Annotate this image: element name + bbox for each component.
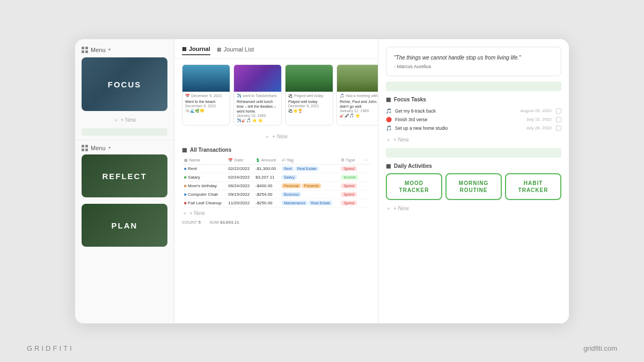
tab-journal[interactable]: ▦ Journal xyxy=(182,46,210,55)
focus-bar xyxy=(82,128,167,136)
cell-amount: -$254.00 xyxy=(253,190,280,198)
journal-card-body-4: 🎵 Had a meeting with Richie, Paul and Jo… xyxy=(337,92,378,120)
tasks-list: 🎵 Get my 8-track back August 29, 2022 🔴 … xyxy=(386,107,561,132)
journal-card-body-2: ✈️ went to Twickenham. Rehearsed until l… xyxy=(234,92,281,125)
journal-tab-label: Journal xyxy=(189,46,210,52)
cell-actions xyxy=(362,198,370,207)
plus-icon-trans: ＋ xyxy=(182,210,187,217)
transactions-section: ▦ All Transactions ▦ Name 📅 Date 💲 Amoun… xyxy=(174,145,378,323)
cell-name: ■ Fall Leaf Cleanup xyxy=(182,198,226,207)
journal-list-tab-label: Journal List xyxy=(224,46,254,53)
col-name: ▦ Name xyxy=(182,156,226,165)
grid-icon-1 xyxy=(82,47,88,53)
new-transaction-button[interactable]: ＋ + New xyxy=(182,208,370,217)
table-row[interactable]: ■ Salary 02/24/2022 $3,207.11 Salary Inc… xyxy=(182,173,370,181)
task-label-2: Finish 3rd verse xyxy=(395,117,427,122)
task-checkbox-2[interactable] xyxy=(556,117,561,122)
col-actions: ··· xyxy=(362,156,370,165)
grid-icon-2 xyxy=(82,145,88,151)
cell-tag: PersonalPresents xyxy=(280,181,339,190)
right-panel: "The things we cannot handle stop us fro… xyxy=(378,39,569,323)
table-row[interactable]: ■ Fall Leaf Cleanup 11/20/2022 -$250.00 … xyxy=(182,198,370,207)
table-footer: COUNT 5 SUM $3,603.11 xyxy=(182,217,370,225)
jc-emoji-1: 🐚🌊🌿💛 xyxy=(185,109,227,113)
menu-bar-1[interactable]: Menu ▾ xyxy=(75,47,174,57)
col-amount: 💲 Amount xyxy=(253,156,280,165)
jc-date-1: 📅 December 9, 2021 xyxy=(185,94,227,98)
journal-card-img-4 xyxy=(337,65,378,92)
jc-emoji-4: 🎸🎤🎵 🌟 xyxy=(340,114,378,118)
activity-card-morning[interactable]: MORNINGROUTINE xyxy=(445,173,502,200)
col-date: 📅 Date xyxy=(226,156,253,165)
chevron-down-icon-1: ▾ xyxy=(108,47,111,52)
cell-actions xyxy=(362,181,370,190)
quote-text: "The things we cannot handle stop us fro… xyxy=(394,54,553,62)
journal-card-img-1 xyxy=(182,65,230,92)
table-row[interactable]: ■ Mom's birthday 06/24/2022 -$400.00 Per… xyxy=(182,181,370,190)
task-icon-1: 🎵 xyxy=(386,108,392,114)
journal-card-2[interactable]: ✈️ went to Twickenham. Rehearsed until l… xyxy=(233,64,282,125)
jc-text-4: Richie, Paul and John. It didn't go well xyxy=(340,99,378,109)
reflect-card[interactable]: REFLECT xyxy=(82,154,167,197)
menu-label-1: Menu xyxy=(91,47,106,53)
focus-card[interactable]: FOCUS xyxy=(82,57,167,111)
new-button-1[interactable]: ＋ + New xyxy=(75,114,174,126)
journal-card-img-2 xyxy=(234,65,281,92)
task-checkbox-3[interactable] xyxy=(556,125,561,131)
task-right-2: July 15, 2022 xyxy=(526,117,561,122)
new-journal-button[interactable]: ＋ + New xyxy=(174,131,378,145)
cell-date: 11/20/2022 xyxy=(226,198,253,207)
activity-cards-row: MOODTRACKER MORNINGROUTINE HABITTRACKER xyxy=(386,173,561,200)
tab-journal-list[interactable]: ▦ Journal List xyxy=(217,46,254,55)
journal-card-1[interactable]: 📅 December 9, 2021 Went to the beach Dec… xyxy=(182,64,230,125)
task-date-1: August 29, 2022 xyxy=(521,108,552,113)
menu-label-2: Menu xyxy=(91,145,106,151)
journal-card-body-1: 📅 December 9, 2021 Went to the beach Dec… xyxy=(182,92,230,115)
table-row[interactable]: ■ Computer Chair 09/15/2022 -$254.00 Bus… xyxy=(182,190,370,198)
new-task-label: + New xyxy=(393,137,409,143)
activity-card-habit[interactable]: HABITTRACKER xyxy=(505,173,561,200)
new-label-1: + New xyxy=(121,117,136,123)
menu-bar-2[interactable]: Menu ▾ xyxy=(75,140,174,154)
task-checkbox-1[interactable] xyxy=(556,108,561,114)
plan-card[interactable]: PLAN xyxy=(82,204,167,247)
task-right-3: July 28, 2022 xyxy=(526,125,561,131)
new-trans-label: + New xyxy=(189,210,205,216)
journal-card-4[interactable]: 🎵 Had a meeting with Richie, Paul and Jo… xyxy=(336,64,378,125)
new-task-button[interactable]: ＋ + New xyxy=(386,135,561,148)
cell-tag: MaintenanceReal Estate xyxy=(280,198,339,207)
task-row-1[interactable]: 🎵 Get my 8-track back August 29, 2022 xyxy=(386,107,561,115)
table-row[interactable]: ■ Rent 02/22/2022 -$1,300.00 RentReal Es… xyxy=(182,164,370,173)
mood-tracker-label: MOODTRACKER xyxy=(390,180,438,194)
jc-date-3: ⚽ Played well today xyxy=(288,94,330,98)
journal-card-3[interactable]: ⚽ Played well today Played well today De… xyxy=(285,64,333,125)
transactions-table: ▦ Name 📅 Date 💲 Amount 🏷 Tag ⚙ Type ··· … xyxy=(182,156,370,208)
activity-card-mood[interactable]: MOODTRACKER xyxy=(386,173,442,200)
task-icon-2: 🔴 xyxy=(386,117,392,122)
jc-text-2: Rehearsed until lunch time – left the Be… xyxy=(237,99,279,114)
cell-type: Income xyxy=(339,173,362,181)
col-type: ⚙ Type xyxy=(339,156,362,165)
journal-list-tab-icon: ▦ xyxy=(217,47,222,52)
new-activity-button[interactable]: ＋ + New xyxy=(386,203,561,214)
left-panel: Menu ▾ FOCUS ＋ + New Menu ▾ REFLECT PLAN xyxy=(75,39,174,323)
task-label-1: Get my 8-track back xyxy=(395,108,436,114)
daily-activities-title: Daily Activities xyxy=(394,163,432,169)
cell-amount: $3,207.11 xyxy=(253,173,280,181)
cell-name: ■ Salary xyxy=(182,173,226,181)
plan-card-label: PLAN xyxy=(82,220,167,230)
cell-tag: Salary xyxy=(280,173,339,181)
cell-type: Spend xyxy=(339,190,362,198)
morning-routine-label: MORNINGROUTINE xyxy=(450,180,497,194)
cell-name: ■ Rent xyxy=(182,164,226,173)
task-left-3: 🎵 Set up a new home studio xyxy=(386,125,448,131)
task-label-3: Set up a new home studio xyxy=(395,125,448,131)
plus-icon-task: ＋ xyxy=(386,136,391,144)
task-row-3[interactable]: 🎵 Set up a new home studio July 28, 2022 xyxy=(386,124,561,132)
transactions-title: All Transactions xyxy=(190,147,231,153)
task-row-2[interactable]: 🔴 Finish 3rd verse July 15, 2022 xyxy=(386,115,561,124)
plus-icon-1: ＋ xyxy=(113,116,119,124)
green-bar-1 xyxy=(386,82,561,91)
cell-actions xyxy=(362,173,370,181)
task-left-1: 🎵 Get my 8-track back xyxy=(386,108,436,114)
